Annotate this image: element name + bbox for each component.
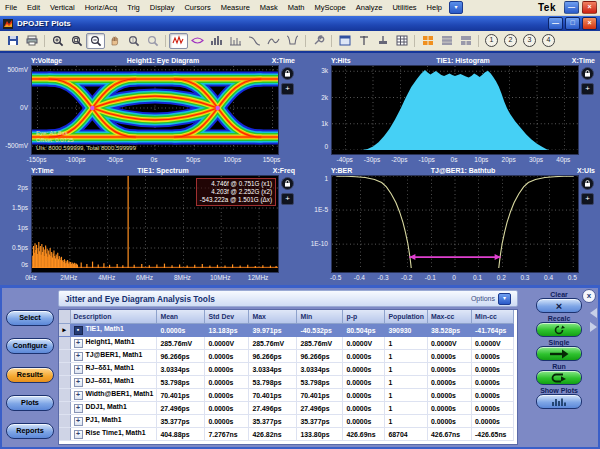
column-header-pp[interactable]: p-p <box>343 310 385 324</box>
phase-noise-plot-button[interactable] <box>245 33 264 49</box>
select-button[interactable]: Select <box>6 310 54 326</box>
measurement-description-cell[interactable]: +Height1, Math1 <box>70 337 157 350</box>
recalc-button[interactable] <box>536 322 582 337</box>
menu-item-cursors[interactable]: Cursors <box>179 1 215 14</box>
single-button[interactable] <box>536 346 582 361</box>
hist-plot-canvas[interactable] <box>331 65 579 155</box>
bathtub-plot-button[interactable] <box>283 33 302 49</box>
zoom-box-button[interactable] <box>67 33 86 49</box>
tub-plot-canvas[interactable] <box>331 175 579 273</box>
measurement-description-cell[interactable]: +PJ1, Math1 <box>70 415 157 428</box>
clear-button[interactable]: × <box>536 298 582 313</box>
menu-item-help[interactable]: Help <box>422 1 447 14</box>
measurement-description-cell[interactable]: ▪TIE1, Math1 <box>70 324 157 337</box>
options-dropdown-button[interactable]: ▾ <box>498 293 511 305</box>
measurement-description-cell[interactable]: +RJ–δδ1, Math1 <box>70 363 157 376</box>
expand-row-icon[interactable]: + <box>74 417 83 426</box>
panel-collapse-left-arrow[interactable] <box>590 308 597 318</box>
menu-item-myscope[interactable]: MyScope <box>309 1 350 14</box>
eye-plot-button[interactable] <box>188 33 207 49</box>
table-row[interactable]: +RJ–δδ1, Math13.0334ps0.0000s3.0334ps3.0… <box>59 363 514 376</box>
spec-lock-button[interactable] <box>281 177 294 190</box>
menu-item-measure[interactable]: Measure <box>216 1 255 14</box>
expand-row-icon[interactable]: + <box>74 378 83 387</box>
table-row[interactable]: +DDJ1, Math127.496ps0.0000s27.496ps27.49… <box>59 402 514 415</box>
zoom-cursor-button[interactable] <box>124 33 143 49</box>
column-header-maxcc[interactable]: Max-cc <box>428 310 472 324</box>
table-row[interactable]: +Rise Time1, Math1404.88ps7.2767ns426.82… <box>59 428 514 441</box>
column-header-description[interactable]: Description <box>70 310 157 324</box>
spec-plot-canvas[interactable]: 4.746f @ 0.751G (x1)4.203f @ 2.252G (x2)… <box>31 175 279 273</box>
menu-item-utilities[interactable]: Utilities <box>387 1 421 14</box>
tub-add-cursor-button[interactable]: + <box>581 193 594 205</box>
menu-item-mask[interactable]: Mask <box>255 1 283 14</box>
zoom-out-button[interactable] <box>86 33 105 49</box>
configure-tool-button[interactable] <box>309 33 328 49</box>
menu-item-horizacq[interactable]: Horiz/Acq <box>80 1 123 14</box>
app-close-button[interactable]: × <box>582 1 597 14</box>
menu-item-edit[interactable]: Edit <box>22 1 45 14</box>
expand-row-icon[interactable]: + <box>74 404 83 413</box>
plots-button[interactable]: Plots <box>6 395 54 411</box>
menu-item-math[interactable]: Math <box>283 1 310 14</box>
spectrum-plot-button[interactable] <box>226 33 245 49</box>
menu-item-analyze[interactable]: Analyze <box>351 1 388 14</box>
expand-row-icon[interactable]: + <box>74 339 83 348</box>
table-row[interactable]: +Height1, Math1285.76mV0.0000V285.76mV28… <box>59 337 514 350</box>
measurement-description-cell[interactable]: +DDJ1, Math1 <box>70 402 157 415</box>
plots-close-button[interactable]: × <box>582 17 597 30</box>
pan-hand-button[interactable] <box>105 33 124 49</box>
app-minimize-button[interactable]: — <box>564 1 579 14</box>
table-row[interactable]: +DJ–δδ1, Math153.798ps0.0000s53.798ps53.… <box>59 376 514 389</box>
print-button[interactable] <box>22 33 41 49</box>
column-header-stddev[interactable]: Std Dev <box>205 310 249 324</box>
spec-add-cursor-button[interactable]: + <box>281 193 294 205</box>
column-header-min[interactable]: Min <box>297 310 343 324</box>
expand-row-icon[interactable]: + <box>74 365 83 374</box>
measurement-description-cell[interactable]: +Rise Time1, Math1 <box>70 428 157 441</box>
hist-add-cursor-button[interactable]: + <box>581 83 594 95</box>
run-button[interactable] <box>536 370 582 385</box>
hist-lock-button[interactable] <box>581 67 594 80</box>
expand-row-icon[interactable]: + <box>74 430 83 439</box>
layout-rows-button[interactable] <box>437 33 456 49</box>
expand-row-icon[interactable]: + <box>74 391 83 400</box>
grid-toggle-button[interactable] <box>392 33 411 49</box>
column-header-population[interactable]: Population <box>385 310 428 324</box>
annotation-button[interactable] <box>373 33 392 49</box>
plots-minimize-button[interactable]: — <box>548 17 563 30</box>
layout-split-button[interactable] <box>456 33 475 49</box>
zoom-in-button[interactable] <box>48 33 67 49</box>
tub-lock-button[interactable] <box>581 177 594 190</box>
table-row[interactable]: +PJ1, Math135.377ps0.0000s35.377ps35.377… <box>59 415 514 428</box>
measurement-description-cell[interactable]: +Width@BER1, Math1 <box>70 389 157 402</box>
view-4-button[interactable]: 4 <box>539 33 558 49</box>
table-row[interactable]: +TJ@BER1, Math196.266ps0.0000s96.266ps96… <box>59 350 514 363</box>
eye-lock-button[interactable] <box>281 67 294 80</box>
view-1-button[interactable]: 1 <box>482 33 501 49</box>
table-row[interactable]: +Width@BER1, Math170.401ps0.0000s70.401p… <box>59 389 514 402</box>
menu-overflow-button[interactable]: ▾ <box>449 1 463 14</box>
transfer-plot-button[interactable] <box>264 33 283 49</box>
results-button[interactable]: Results <box>6 367 54 383</box>
menu-item-vertical[interactable]: Vertical <box>45 1 80 14</box>
view-3-button[interactable]: 3 <box>520 33 539 49</box>
panel-close-button[interactable]: x <box>582 289 596 303</box>
save-button[interactable] <box>3 33 22 49</box>
expand-row-icon[interactable]: ▪ <box>74 326 83 335</box>
menu-item-display[interactable]: Display <box>145 1 180 14</box>
column-header-mincc[interactable]: Min-cc <box>472 310 514 324</box>
cursors-toggle-button[interactable] <box>354 33 373 49</box>
plots-restore-button[interactable]: □ <box>565 17 580 30</box>
show-plots-button[interactable] <box>536 394 582 409</box>
panel-expand-right-arrow[interactable] <box>590 322 597 332</box>
histogram-plot-button[interactable] <box>207 33 226 49</box>
configure-button[interactable]: Configure <box>6 338 54 354</box>
column-header-mean[interactable]: Mean <box>157 310 205 324</box>
expand-row-icon[interactable]: + <box>74 352 83 361</box>
reports-button[interactable]: Reports <box>6 423 54 439</box>
layout-grid-button[interactable] <box>418 33 437 49</box>
table-row[interactable]: ▸▪TIE1, Math10.0000s13.183ps39.971ps-40.… <box>59 324 514 337</box>
eye-add-cursor-button[interactable]: + <box>281 83 294 95</box>
measurement-description-cell[interactable]: +TJ@BER1, Math1 <box>70 350 157 363</box>
